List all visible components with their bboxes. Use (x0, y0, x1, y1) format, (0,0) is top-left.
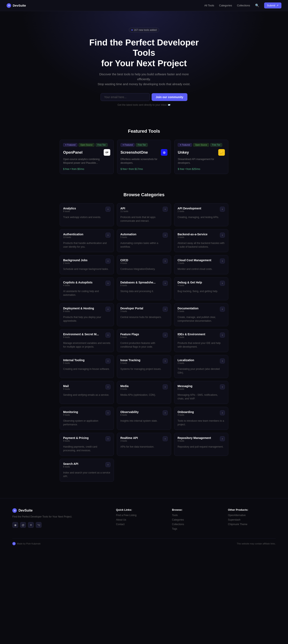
category-desc-25: Insights into internal system state. (120, 419, 168, 423)
category-arrow-15: › (106, 332, 110, 338)
nav-all-tools[interactable]: All Tools (204, 4, 214, 7)
category-header-3: Authentication 13 tools › (63, 233, 110, 240)
category-card-20[interactable]: Localization 2 tools › Translating your … (174, 355, 228, 378)
search-icon[interactable]: 🔍 (255, 4, 259, 8)
category-card-24[interactable]: Monitoring 9 tools › Observing system or… (60, 407, 114, 430)
category-arrow-17: › (220, 332, 225, 338)
footer-grid: ⊙ DevSuite Find the Perfect Developer To… (12, 508, 276, 532)
category-desc-15: Manage environment variables and secrets… (63, 341, 110, 349)
category-card-19[interactable]: Issue Tracking 5 tools › Systems for man… (117, 355, 171, 378)
category-card-26[interactable]: Onboarding 4 tools › Tools to introduce … (174, 407, 228, 430)
category-card-8[interactable]: Cloud Cost Management 2 tools › Monitor … (174, 255, 228, 274)
card-desc-1: Effortless website screenshots for devel… (120, 157, 168, 165)
category-name-16: Feature Flags (120, 332, 139, 336)
category-desc-17: Products that extend your IDE and help w… (178, 341, 225, 349)
footer-link-about[interactable]: About Us (116, 518, 164, 521)
category-count-2: 2 tools (178, 210, 201, 212)
submit-button[interactable]: Submit ↗ (264, 2, 282, 8)
category-card-22[interactable]: Media 9 tools › Media APIs (optimization… (117, 381, 171, 404)
category-card-5[interactable]: Backend-as-a-Service 3 tools › Abstract … (174, 229, 228, 252)
email-icon[interactable]: @ (20, 522, 26, 528)
hero-subtitle-line2: Stop wasting time and money by developin… (98, 82, 190, 86)
nav-categories[interactable]: Categories (219, 4, 232, 7)
join-community-button[interactable]: Join our community (152, 93, 188, 101)
category-desc-23: Messaging APIs - SMS, notifications, cha… (178, 393, 225, 400)
category-card-30[interactable]: Search API 6 tools › Index and search yo… (60, 459, 114, 482)
category-name-14: Documentation (178, 307, 198, 310)
nav-logo-icon: ⊙ (6, 3, 11, 8)
category-header-24: Monitoring 9 tools › (63, 410, 110, 418)
footer-link-categories[interactable]: Categories (172, 518, 220, 521)
nav-links: All Tools Categories Collections 🔍 Submi… (204, 2, 282, 8)
category-count-28: 3 tools (120, 440, 138, 442)
footer-link-chipmunk[interactable]: Chipmunk Theme (228, 523, 276, 526)
card-tags-1: ✦ Featured Free Tier (120, 143, 168, 147)
category-desc-8: Monitor and control cloud costs. (178, 267, 225, 271)
category-card-4[interactable]: Automation 5 tools › Automating complex … (117, 229, 171, 252)
footer-brand-name: ⊙ DevSuite (12, 508, 108, 513)
category-card-29[interactable]: Repository Management 4 tools › Reposito… (174, 433, 228, 456)
category-desc-26: Tools to introduce new team members to a… (178, 419, 225, 426)
category-desc-3: Products that handle authentication and … (63, 241, 110, 249)
category-name-13: Developer Portal (120, 307, 143, 310)
rss-icon[interactable]: ◉ (12, 522, 18, 528)
hero-form: Join our community (4, 93, 284, 101)
footer-bottom: ⊙ Made by Piotr Kulpinski This website m… (12, 538, 276, 545)
category-card-16[interactable]: Feature Flags 5 tools › Control producti… (117, 329, 171, 352)
category-card-1[interactable]: API 11 tools › Protocols and tools that … (117, 203, 171, 226)
footer-link-tools[interactable]: Tools (172, 514, 220, 517)
category-arrow-20: › (220, 358, 225, 364)
nav-collections[interactable]: Collections (237, 4, 250, 7)
category-card-3[interactable]: Authentication 13 tools › Products that … (60, 229, 114, 252)
footer-link-find-listing[interactable]: Find a Free Listing (116, 514, 164, 517)
footer-quick-links-title: Quick Links: (116, 508, 164, 511)
category-card-9[interactable]: Copilots & Autopilots 4 tools › AI assis… (60, 277, 114, 300)
category-card-15[interactable]: Environment & Secret M... 9 tools › Mana… (60, 329, 114, 352)
category-card-7[interactable]: CI/CD 4 tools › Continuous Integration/D… (117, 255, 171, 274)
category-card-14[interactable]: Documentation 5 tools › Create, manage, … (174, 303, 228, 326)
category-desc-6: Schedule and manage background tasks. (63, 267, 110, 271)
featured-card-2[interactable]: ✦ Featured Open Source Free Tier Unkey 🔑… (174, 140, 228, 174)
category-card-6[interactable]: Background Jobs 2 tools › Schedule and m… (60, 255, 114, 274)
category-header-23: Messaging 8 tools › (178, 384, 225, 392)
footer-link-collections[interactable]: Collections (172, 523, 220, 526)
github-icon[interactable]: ⌥ (36, 522, 42, 528)
category-card-25[interactable]: Observability 6 tools › Insights into in… (117, 407, 171, 430)
category-card-0[interactable]: Analytics 8 tools › Track web/app visito… (60, 203, 114, 226)
category-card-27[interactable]: Payment & Pricing 9 tools › Handling pay… (60, 433, 114, 456)
category-header-27: Payment & Pricing 9 tools › (63, 436, 110, 444)
submit-label: Submit (267, 4, 275, 7)
nav-logo[interactable]: ⊙ DevSuite (6, 3, 26, 8)
tag-free-tier-0: Free Tier (96, 143, 108, 147)
navbar: ⊙ DevSuite All Tools Categories Collecti… (0, 0, 288, 11)
twitter-icon[interactable]: ✕ (28, 522, 34, 528)
email-input[interactable] (100, 93, 150, 101)
category-header-8: Cloud Cost Management 2 tools › (178, 258, 225, 266)
category-card-18[interactable]: Internal Tooling 5 tools › Creating and … (60, 355, 114, 378)
category-header-5: Backend-as-a-Service 3 tools › (178, 233, 225, 240)
hero-heading-line2: for Your Next Project (101, 58, 187, 68)
category-card-13[interactable]: Developer Portal 3 tools › Central resou… (117, 303, 171, 326)
category-arrow-3: › (106, 233, 110, 238)
featured-card-0[interactable]: ✦ Featured Open Source Free Tier OpenPan… (60, 140, 114, 174)
featured-card-1[interactable]: ✦ Featured Free Tier ScreenshotOne ◎ Eff… (117, 140, 171, 174)
category-card-11[interactable]: Debug & Get Help 4 tools › Bug tracking,… (174, 277, 228, 300)
category-arrow-6: › (106, 258, 110, 264)
footer-link-contact[interactable]: Contact (116, 523, 164, 526)
category-desc-11: Bug tracking, fixing, and getting help. (178, 290, 225, 293)
category-arrow-19: › (163, 358, 168, 364)
footer-link-tags[interactable]: Tags (172, 528, 220, 530)
category-card-28[interactable]: Realtime API 3 tools › APIs for live dat… (117, 433, 171, 456)
category-card-21[interactable]: Mail 9 tools › Sending and verifying ema… (60, 381, 114, 404)
category-card-23[interactable]: Messaging 8 tools › Messaging APIs - SMS… (174, 381, 228, 404)
hero-badge-text: 167 new tools added (134, 28, 157, 32)
footer-link-superstash[interactable]: Superstash (228, 518, 276, 521)
featured-grid: ✦ Featured Open Source Free Tier OpenPan… (60, 140, 228, 174)
category-count-24: 9 tools (63, 414, 78, 416)
category-card-10[interactable]: Databases & Spreadshe... 8 tools › Stori… (117, 277, 171, 300)
footer-link-openalt[interactable]: OpenAlternative (228, 514, 276, 517)
category-card-12[interactable]: Deployment & Hosting 8 tools › Products … (60, 303, 114, 326)
category-card-17[interactable]: IDEs & Environment 7 tools › Products th… (174, 329, 228, 352)
category-card-2[interactable]: API Development 2 tools › Creating, mana… (174, 203, 228, 226)
category-desc-30: Index and search your content as a servi… (63, 471, 110, 478)
